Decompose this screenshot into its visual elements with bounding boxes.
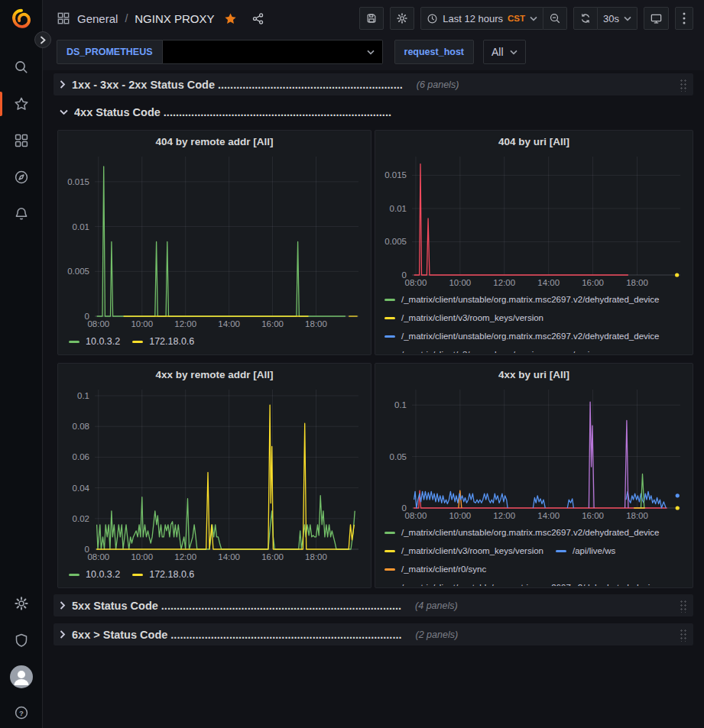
svg-text:16:00: 16:00 bbox=[261, 552, 284, 561]
chevron-right-icon bbox=[60, 601, 66, 610]
grafana-logo[interactable] bbox=[10, 8, 33, 31]
topbar: General / NGINX PROXY bbox=[43, 0, 704, 37]
svg-text:14:00: 14:00 bbox=[537, 278, 560, 287]
svg-text:0.01: 0.01 bbox=[390, 204, 407, 213]
series-color-swatch bbox=[384, 335, 395, 338]
legend-item[interactable]: /_matrix/client/unstable/org.matrix.msc2… bbox=[384, 523, 660, 542]
row-1xx-3xx-2xx[interactable]: 1xx - 3xx - 2xx Status Code ............… bbox=[54, 73, 693, 95]
row-4xx[interactable]: 4xx Status Code ........................… bbox=[54, 102, 693, 122]
legend-item[interactable]: /_matrix/client/unstable/org.matrix.msc2… bbox=[384, 578, 660, 586]
row-title: 6xx > Status Code ......................… bbox=[72, 629, 401, 641]
series-color-swatch bbox=[384, 550, 395, 552]
favorite-star-icon[interactable] bbox=[224, 12, 237, 25]
panel-legend: /_matrix/client/unstable/org.matrix.msc2… bbox=[381, 522, 686, 586]
refresh-button[interactable] bbox=[573, 7, 598, 30]
legend-item[interactable]: /_matrix/client/unstable/org.matrix.msc2… bbox=[384, 290, 660, 309]
panel-4xx-by-remote-addr: 4xx by remote addr [All] 08:0010:0012:00… bbox=[57, 363, 371, 588]
legend-item[interactable]: /_matrix/client/r0/sync bbox=[384, 560, 486, 578]
refresh-group: 30s bbox=[573, 7, 637, 30]
row-panel-count: (4 panels) bbox=[415, 600, 458, 611]
legend-item[interactable]: /_matrix/client/v3/room_keys/version bbox=[384, 309, 543, 327]
svg-text:14:00: 14:00 bbox=[218, 552, 240, 561]
sidebar-item-explore[interactable] bbox=[0, 170, 43, 185]
dashboard-canvas: 1xx - 3xx - 2xx Status Code ............… bbox=[54, 73, 693, 645]
legend-item[interactable]: /_matrix/client/v3/room_keys/version bbox=[384, 542, 543, 560]
series-color-swatch bbox=[384, 568, 395, 571]
legend-label: /_matrix/client/unstable/org.matrix.msc2… bbox=[401, 528, 660, 537]
variable-host-value-select[interactable]: All bbox=[483, 40, 526, 64]
legend-label: 10.0.3.2 bbox=[86, 336, 120, 347]
time-range-picker[interactable]: Last 12 hours CST bbox=[420, 7, 543, 30]
row-drag-handle[interactable] bbox=[679, 599, 687, 613]
timeseries-plot[interactable]: 08:0010:0012:0014:0016:0018:0000.050.1 bbox=[381, 383, 686, 522]
legend-item[interactable]: /_matrix/client/unstable/org.matrix.msc2… bbox=[384, 327, 660, 345]
toolbar: Last 12 hours CST bbox=[359, 7, 693, 30]
more-options-kebab[interactable] bbox=[675, 7, 693, 30]
svg-text:10:00: 10:00 bbox=[131, 552, 153, 561]
sidebar-item-server-admin[interactable] bbox=[0, 633, 43, 648]
variable-ds-value-select[interactable] bbox=[163, 40, 383, 64]
svg-text:18:00: 18:00 bbox=[305, 552, 327, 561]
svg-text:08:00: 08:00 bbox=[405, 278, 427, 287]
row-6xx[interactable]: 6xx > Status Code ......................… bbox=[54, 623, 693, 645]
legend-label: /sw.js bbox=[573, 350, 594, 353]
sidebar-item-help[interactable]: ? bbox=[0, 705, 43, 720]
panel-legend: 10.0.3.2172.18.0.6 bbox=[64, 330, 365, 353]
svg-text:08:00: 08:00 bbox=[87, 552, 109, 561]
legend-item[interactable]: /_matrix/client/v3/room_keys/version bbox=[384, 345, 543, 353]
breadcrumb-section[interactable]: General bbox=[77, 12, 118, 25]
search-icon[interactable] bbox=[0, 60, 43, 75]
profile-avatar[interactable] bbox=[10, 665, 33, 688]
sidebar: ? bbox=[0, 0, 43, 728]
legend-item[interactable]: 10.0.3.2 bbox=[69, 335, 120, 348]
svg-text:0.005: 0.005 bbox=[67, 267, 89, 276]
legend-label: /_matrix/client/unstable/org.matrix.msc2… bbox=[401, 332, 660, 341]
svg-text:0.05: 0.05 bbox=[390, 452, 407, 461]
panel-legend: /_matrix/client/unstable/org.matrix.msc2… bbox=[381, 289, 686, 353]
series-color-swatch bbox=[384, 299, 395, 301]
refresh-interval-label: 30s bbox=[603, 13, 619, 24]
row-title: 5xx Status Code ........................… bbox=[72, 600, 401, 612]
row-drag-handle[interactable] bbox=[679, 628, 687, 642]
legend-item[interactable]: 10.0.3.2 bbox=[69, 568, 120, 581]
panel-404-by-uri: 404 by uri [All] 08:0010:0012:0014:0016:… bbox=[375, 130, 693, 355]
legend-item[interactable]: /api/live/ws bbox=[556, 542, 615, 560]
series-color-swatch bbox=[132, 574, 143, 576]
timeseries-plot[interactable]: 08:0010:0012:0014:0016:0018:0000.0050.01… bbox=[64, 150, 365, 330]
legend-label: 172.18.0.6 bbox=[149, 569, 194, 580]
legend-label: 172.18.0.6 bbox=[149, 336, 194, 347]
row-5xx[interactable]: 5xx Status Code ........................… bbox=[54, 594, 693, 616]
breadcrumb-separator: / bbox=[125, 12, 128, 24]
sidebar-item-configuration[interactable] bbox=[0, 596, 43, 611]
legend-item[interactable]: 172.18.0.6 bbox=[132, 335, 194, 348]
share-icon[interactable] bbox=[251, 12, 264, 25]
timeseries-plot[interactable]: 08:0010:0012:0014:0016:0018:0000.0050.01… bbox=[381, 150, 686, 289]
legend-item[interactable]: 172.18.0.6 bbox=[132, 568, 194, 581]
legend-label: /_matrix/client/unstable/org.matrix.msc2… bbox=[401, 583, 660, 586]
sidebar-item-dashboards[interactable] bbox=[0, 133, 43, 148]
svg-text:18:00: 18:00 bbox=[626, 511, 648, 520]
row-drag-handle[interactable] bbox=[679, 78, 687, 92]
legend-label: /_matrix/client/v3/room_keys/version bbox=[401, 546, 543, 555]
sidebar-item-starred[interactable] bbox=[0, 96, 43, 112]
cycle-view-mode-button[interactable] bbox=[644, 7, 669, 30]
svg-text:08:00: 08:00 bbox=[87, 319, 109, 328]
svg-text:0.1: 0.1 bbox=[77, 391, 89, 400]
panel-title[interactable]: 404 by remote addr [All] bbox=[64, 134, 365, 150]
sidebar-item-alerting[interactable] bbox=[0, 206, 43, 222]
legend-item[interactable]: /sw.js bbox=[556, 345, 594, 353]
row-panel-count: (6 panels) bbox=[417, 79, 459, 90]
sidebar-expand-button[interactable] bbox=[34, 31, 51, 48]
refresh-interval-picker[interactable]: 30s bbox=[598, 7, 637, 30]
timeseries-plot[interactable]: 08:0010:0012:0014:0016:0018:0000.020.040… bbox=[64, 383, 365, 563]
panel-title[interactable]: 4xx by remote addr [All] bbox=[64, 367, 365, 383]
dashboard-settings-button[interactable] bbox=[390, 7, 414, 30]
panel-title[interactable]: 404 by uri [All] bbox=[381, 134, 686, 150]
variable-request-host: request_host All bbox=[394, 40, 526, 64]
panel-title[interactable]: 4xx by uri [All] bbox=[381, 367, 686, 383]
time-controls-group: Last 12 hours CST bbox=[420, 7, 567, 30]
chevron-down-icon bbox=[624, 16, 631, 21]
zoom-out-button[interactable] bbox=[543, 7, 567, 30]
save-dashboard-button[interactable] bbox=[359, 7, 384, 30]
legend-label: 10.0.3.2 bbox=[86, 569, 120, 580]
